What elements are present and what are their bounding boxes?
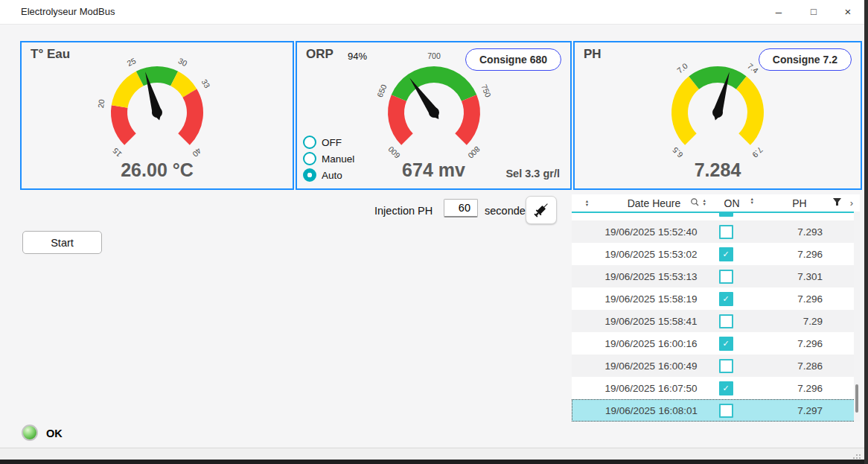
cell-on bbox=[702, 404, 750, 418]
gauge-tick-label: 6.5 bbox=[671, 145, 685, 159]
sel-concentration-label: Sel 3.3 gr/l bbox=[505, 168, 560, 179]
table-row[interactable]: 19/06/2025 16:07:50✓7.296 bbox=[572, 377, 854, 399]
background-bottom-edge bbox=[0, 460, 868, 464]
gauge-tick-label: 30 bbox=[177, 56, 189, 68]
table-row[interactable]: 19/06/2025 15:58:19✓7.296 bbox=[572, 287, 854, 310]
injection-unit-label: secondes bbox=[485, 205, 531, 217]
sort-icon: ▲▼ bbox=[703, 199, 706, 206]
cell-ph: 7.296 bbox=[750, 249, 837, 260]
header-ph[interactable]: PH bbox=[756, 194, 843, 212]
status-bar bbox=[0, 448, 868, 460]
gauge-segment bbox=[689, 66, 746, 89]
radio-option-manuel[interactable]: Manuel bbox=[303, 152, 354, 165]
cell-ph: 7.29 bbox=[750, 316, 837, 327]
table-row[interactable]: 19/06/2025 15:52✓ bbox=[572, 213, 854, 220]
cell-date-heure: 19/06/2025 15:58:19 bbox=[600, 293, 702, 305]
log-table: ▲▼ Date Heure ▲▼ ON ▲▼ PH bbox=[572, 194, 860, 422]
cell-date-heure: 19/06/2025 16:07:50 bbox=[600, 383, 702, 394]
table-row[interactable]: 19/06/2025 15:58:417.29 bbox=[572, 310, 854, 332]
cell-date-heure: 19/06/2025 16:00:49 bbox=[600, 360, 702, 372]
cell-on: ✓ bbox=[702, 337, 750, 351]
ph-gauge: 6.57.07.47.9 bbox=[632, 51, 803, 163]
temp-gauge: 152025303340 bbox=[71, 51, 243, 163]
gauge-segment bbox=[391, 66, 476, 101]
radio-unchecked-icon[interactable] bbox=[303, 152, 316, 165]
checkbox-checked[interactable]: ✓ bbox=[719, 337, 733, 351]
panel-temp: T° Eau 152025303340 26.00 °C bbox=[20, 41, 294, 190]
close-button[interactable]: × bbox=[831, 0, 865, 23]
radio-label: Auto bbox=[322, 170, 342, 181]
cell-ph: 7.297 bbox=[750, 405, 837, 416]
minimize-button[interactable]: – bbox=[762, 0, 796, 23]
gauge-tick-label: 600 bbox=[386, 144, 401, 160]
cell-date-heure: 19/06/2025 15:53:02 bbox=[600, 249, 702, 260]
panel-ph: PH Consigne 7.2 6.57.07.47.9 7.284 bbox=[573, 41, 862, 190]
cell-date-heure: 19/06/2025 15:52 bbox=[600, 213, 702, 215]
status-label: OK bbox=[46, 428, 63, 439]
gauge-tick-label: 650 bbox=[374, 83, 388, 98]
orp-mode-radio-group: OFFManuelAuto bbox=[303, 133, 354, 185]
checkbox-unchecked[interactable] bbox=[719, 225, 733, 239]
background-right-edge bbox=[864, 0, 868, 464]
search-icon[interactable] bbox=[690, 197, 700, 207]
cell-on: ✓ bbox=[702, 381, 750, 395]
panel-orp: ORP 94% Consigne 680 600650700750800 674… bbox=[296, 41, 572, 190]
cell-on bbox=[702, 270, 750, 284]
checkbox-checked[interactable]: ✓ bbox=[719, 381, 733, 395]
header-date-heure[interactable]: Date Heure ▲▼ bbox=[600, 194, 708, 212]
cell-ph: 7.296 bbox=[750, 383, 837, 394]
radio-option-off[interactable]: OFF bbox=[303, 136, 354, 149]
table-row[interactable]: 19/06/2025 16:08:017.297 bbox=[572, 399, 854, 422]
injection-ph-label: Injection PH bbox=[374, 205, 433, 217]
radio-checked-icon[interactable] bbox=[303, 168, 316, 182]
checkbox-unchecked[interactable] bbox=[719, 359, 733, 373]
cell-date-heure: 19/06/2025 15:52:40 bbox=[600, 226, 702, 238]
cell-on: ✓ bbox=[702, 247, 750, 261]
checkbox-checked[interactable]: ✓ bbox=[719, 292, 733, 306]
cell-ph: 7.301 bbox=[750, 271, 837, 282]
table-row[interactable]: 19/06/2025 15:52:407.293 bbox=[572, 220, 854, 243]
radio-unchecked-icon[interactable] bbox=[303, 136, 316, 149]
cell-ph: 7.293 bbox=[750, 226, 837, 238]
checkbox-unchecked[interactable] bbox=[719, 314, 733, 328]
table-row[interactable]: 19/06/2025 15:53:02✓7.296 bbox=[572, 243, 854, 265]
checkbox-checked[interactable]: ✓ bbox=[719, 213, 733, 217]
header-indicator-col[interactable]: ▲▼ bbox=[572, 194, 600, 212]
maximize-button[interactable]: □ bbox=[797, 0, 831, 23]
checkbox-unchecked[interactable] bbox=[719, 404, 733, 418]
panel-orp-title: ORP bbox=[306, 47, 334, 62]
resize-grip-icon[interactable] bbox=[859, 451, 861, 453]
table-row[interactable]: 19/06/2025 16:00:497.286 bbox=[572, 355, 854, 377]
gauge-segment bbox=[178, 89, 203, 144]
gauge-tick-label: 7.9 bbox=[750, 145, 765, 159]
cell-date-heure: 19/06/2025 16:08:01 bbox=[601, 405, 702, 416]
header-on[interactable]: ON ▲▼ bbox=[708, 194, 756, 212]
injection-button[interactable] bbox=[526, 196, 557, 224]
cell-ph: 7.296 bbox=[750, 338, 837, 349]
syringe-icon bbox=[532, 200, 551, 220]
checkbox-checked[interactable]: ✓ bbox=[719, 247, 733, 261]
cell-on bbox=[702, 225, 750, 239]
gauge-tick-label: 20 bbox=[96, 98, 106, 109]
table-scrollbar[interactable] bbox=[854, 212, 860, 422]
scrollbar-thumb[interactable] bbox=[855, 384, 858, 413]
table-row[interactable]: 19/06/2025 15:53:137.301 bbox=[572, 265, 854, 287]
table-header: ▲▼ Date Heure ▲▼ ON ▲▼ PH bbox=[572, 194, 860, 213]
gauge-tick-label: 15 bbox=[111, 146, 124, 159]
gauge-segment bbox=[387, 95, 412, 145]
cell-date-heure: 19/06/2025 16:00:16 bbox=[600, 338, 702, 349]
gauge-tick-label: 750 bbox=[479, 83, 493, 98]
filter-funnel-icon[interactable] bbox=[832, 197, 842, 206]
start-button[interactable]: Start bbox=[22, 231, 102, 254]
gauge-segment bbox=[112, 71, 144, 108]
table-row[interactable]: 19/06/2025 16:00:16✓7.296 bbox=[572, 332, 854, 355]
cell-ph: 7.286 bbox=[750, 360, 837, 372]
gauge-segment bbox=[671, 77, 699, 145]
gauge-segment bbox=[736, 77, 764, 145]
gauge-tick-label: 700 bbox=[427, 51, 441, 60]
injection-seconds-input[interactable] bbox=[444, 199, 478, 217]
radio-option-auto[interactable]: Auto bbox=[303, 168, 354, 182]
header-expand[interactable]: › bbox=[843, 194, 860, 212]
gauge-tick-label: 25 bbox=[125, 56, 137, 68]
checkbox-unchecked[interactable] bbox=[719, 270, 733, 284]
